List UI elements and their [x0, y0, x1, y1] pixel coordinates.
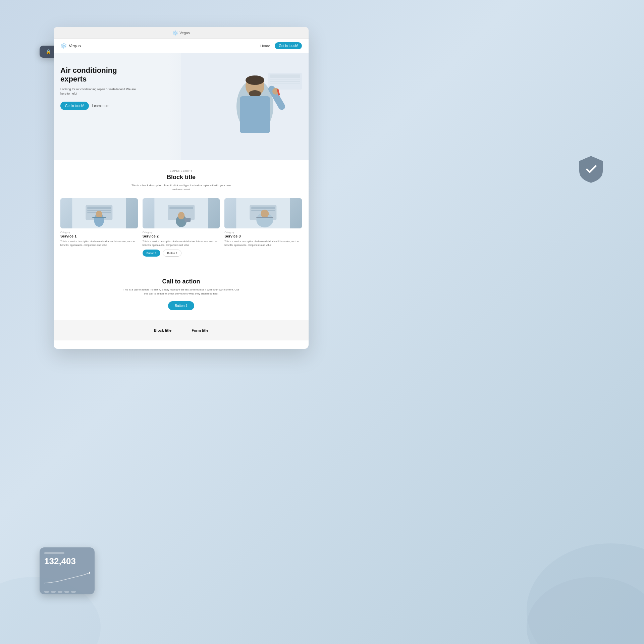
hero-technician-svg: [181, 53, 309, 160]
bottom-labels-container: Block title Form title: [147, 325, 215, 336]
service-2-button-2[interactable]: Button 2: [163, 250, 181, 257]
hero-title: Air conditioning experts: [60, 66, 141, 84]
service-1-description: This is a service description. Add more …: [60, 240, 138, 247]
stats-chart: [44, 570, 90, 587]
stats-number: 132,403: [44, 556, 90, 567]
svg-rect-29: [169, 207, 193, 209]
superscript-label: SUPERSCRIPT: [60, 169, 302, 172]
service-card-2: Category Service 2 This is a service des…: [143, 198, 220, 257]
svg-rect-39: [257, 217, 273, 218]
service-card-1: Category Service 1 This is a service des…: [60, 198, 138, 257]
services-grid: Category Service 1 This is a service des…: [60, 198, 302, 257]
bottom-block-title: Block title: [154, 328, 172, 332]
hero-learn-more-button[interactable]: Learn more: [92, 104, 109, 108]
cta-button[interactable]: Button 1: [168, 301, 194, 310]
logo-text: Vegas: [179, 31, 190, 35]
service-2-description: This is a service description. Add more …: [143, 240, 220, 247]
cta-section: Call to action This is a call to action.…: [54, 268, 309, 320]
site-logo-name: Vegas: [69, 43, 81, 48]
hero-content: Air conditioning experts Looking for air…: [60, 66, 141, 110]
logo-icon: ❄️: [172, 30, 178, 36]
site-logo-nav: ❄️ Vegas: [172, 30, 190, 36]
svg-rect-15: [240, 96, 270, 133]
svg-rect-21: [87, 207, 111, 209]
cta-title: Call to action: [60, 278, 302, 285]
browser-chrome: ❄️ Vegas: [54, 27, 309, 39]
service-2-category: Category: [143, 231, 220, 233]
browser-window: ❄️ Vegas ❄️ Vegas Home Get in touch! Air…: [54, 27, 309, 349]
nav-cta-button[interactable]: Get in touch!: [275, 42, 302, 49]
hero-image: [181, 53, 309, 160]
service-image-3: [224, 198, 302, 228]
site-nav-links: Home Get in touch!: [260, 42, 302, 49]
service-2-name: Service 2: [143, 234, 220, 238]
site-logo-snowflake-icon: ❄️: [60, 43, 67, 49]
service-2-buttons: Button 1 Button 2: [143, 250, 220, 257]
hero-section: Air conditioning experts Looking for air…: [54, 53, 309, 160]
cta-description: This is a call to action. To edit it, si…: [122, 288, 240, 296]
stats-bar-decoration: [44, 552, 64, 554]
svg-point-14: [249, 90, 261, 97]
bottom-form-title: Form title: [192, 328, 208, 332]
bottom-teaser: Block title Form title: [54, 320, 309, 340]
svg-rect-32: [184, 218, 191, 222]
hero-subtitle: Looking for air conditioning repair or i…: [60, 87, 141, 96]
service-1-name: Service 1: [60, 234, 138, 238]
nav-home-link[interactable]: Home: [260, 44, 270, 48]
hero-cta-button[interactable]: Get in touch!: [60, 102, 89, 110]
service-3-description: This is a service description. Add more …: [224, 240, 302, 247]
section-title: Block title: [60, 174, 302, 181]
service-2-button-1[interactable]: Button 1: [143, 250, 161, 257]
service-1-category: Category: [60, 231, 138, 233]
decorative-blob-right: [476, 510, 644, 644]
security-shield: [578, 154, 604, 184]
service-3-category: Category: [224, 231, 302, 233]
svg-point-3: [89, 572, 90, 574]
lock-icon: 🔒: [46, 49, 51, 54]
service-image-2: [143, 198, 220, 228]
svg-point-13: [246, 75, 264, 85]
service-card-3: Category Service 3 This is a service des…: [224, 198, 302, 257]
section-description: This is a block description. To edit, cl…: [127, 183, 235, 192]
service-3-name: Service 3: [224, 234, 302, 238]
site-logo: ❄️ Vegas: [60, 43, 81, 49]
stats-widget: 132,403: [40, 547, 95, 594]
svg-rect-35: [252, 207, 275, 209]
service-image-1: [60, 198, 138, 228]
svg-rect-26: [92, 217, 106, 218]
svg-point-38: [261, 210, 269, 218]
svg-point-31: [178, 212, 184, 219]
services-section: SUPERSCRIPT Block title This is a block …: [54, 160, 309, 268]
site-nav: ❄️ Vegas Home Get in touch!: [54, 39, 309, 53]
stats-dots: [44, 591, 90, 593]
hero-buttons: Get in touch! Learn more: [60, 102, 141, 110]
